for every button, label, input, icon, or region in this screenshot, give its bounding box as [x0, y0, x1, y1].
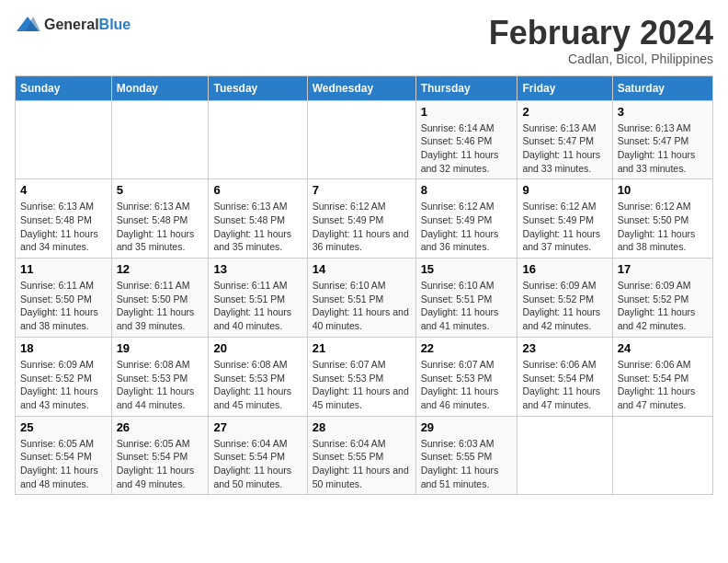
cell-info: Sunrise: 6:12 AMSunset: 5:49 PMDaylight:… [421, 200, 513, 254]
calendar-cell: 11Sunrise: 6:11 AMSunset: 5:50 PMDayligh… [16, 259, 112, 338]
day-number: 5 [117, 183, 204, 197]
calendar-cell: 21Sunrise: 6:07 AMSunset: 5:53 PMDayligh… [307, 337, 415, 416]
day-number: 2 [522, 105, 607, 119]
week-row-2: 4Sunrise: 6:13 AMSunset: 5:48 PMDaylight… [16, 179, 713, 259]
cell-info: Sunrise: 6:11 AMSunset: 5:50 PMDaylight:… [20, 279, 107, 333]
cell-info: Sunrise: 6:11 AMSunset: 5:50 PMDaylight:… [117, 279, 204, 333]
calendar-cell [16, 100, 112, 179]
day-number: 25 [20, 420, 107, 434]
cell-info: Sunrise: 6:05 AMSunset: 5:54 PMDaylight:… [117, 437, 204, 491]
cell-info: Sunrise: 6:10 AMSunset: 5:51 PMDaylight:… [421, 279, 513, 333]
main-title: February 2024 [489, 15, 713, 52]
calendar-cell: 10Sunrise: 6:12 AMSunset: 5:50 PMDayligh… [612, 179, 712, 259]
column-header-sunday: Sunday [16, 75, 112, 100]
calendar-cell: 27Sunrise: 6:04 AMSunset: 5:54 PMDayligh… [209, 416, 307, 495]
column-header-friday: Friday [518, 75, 612, 100]
day-number: 11 [20, 262, 107, 276]
calendar-cell: 8Sunrise: 6:12 AMSunset: 5:49 PMDaylight… [415, 179, 518, 259]
page-header: GeneralBlue February 2024 Cadlan, Bicol,… [15, 15, 713, 66]
calendar-cell: 14Sunrise: 6:10 AMSunset: 5:51 PMDayligh… [307, 259, 415, 338]
cell-info: Sunrise: 6:12 AMSunset: 5:50 PMDaylight:… [618, 200, 708, 254]
cell-info: Sunrise: 6:12 AMSunset: 5:49 PMDaylight:… [313, 200, 411, 254]
calendar-table: SundayMondayTuesdayWednesdayThursdayFrid… [15, 75, 713, 496]
day-number: 10 [618, 183, 708, 197]
calendar-cell: 28Sunrise: 6:04 AMSunset: 5:55 PMDayligh… [307, 416, 415, 495]
cell-info: Sunrise: 6:13 AMSunset: 5:48 PMDaylight:… [117, 200, 204, 254]
calendar-cell: 4Sunrise: 6:13 AMSunset: 5:48 PMDaylight… [16, 179, 112, 259]
calendar-cell [612, 416, 712, 495]
calendar-cell: 29Sunrise: 6:03 AMSunset: 5:55 PMDayligh… [415, 416, 518, 495]
calendar-cell [111, 100, 209, 179]
calendar-cell: 15Sunrise: 6:10 AMSunset: 5:51 PMDayligh… [415, 259, 518, 338]
calendar-cell: 25Sunrise: 6:05 AMSunset: 5:54 PMDayligh… [16, 416, 112, 495]
logo-icon [15, 15, 40, 35]
calendar-cell [518, 416, 612, 495]
cell-info: Sunrise: 6:07 AMSunset: 5:53 PMDaylight:… [313, 358, 411, 412]
calendar-cell: 2Sunrise: 6:13 AMSunset: 5:47 PMDaylight… [518, 100, 612, 179]
cell-info: Sunrise: 6:10 AMSunset: 5:51 PMDaylight:… [313, 279, 411, 333]
calendar-cell: 26Sunrise: 6:05 AMSunset: 5:54 PMDayligh… [111, 416, 209, 495]
day-number: 15 [421, 262, 513, 276]
logo: GeneralBlue [15, 15, 131, 35]
column-header-monday: Monday [111, 75, 209, 100]
day-number: 3 [618, 105, 708, 119]
calendar-cell: 9Sunrise: 6:12 AMSunset: 5:49 PMDaylight… [518, 179, 612, 259]
calendar-cell: 7Sunrise: 6:12 AMSunset: 5:49 PMDaylight… [307, 179, 415, 259]
day-number: 7 [313, 183, 411, 197]
week-row-4: 18Sunrise: 6:09 AMSunset: 5:52 PMDayligh… [16, 337, 713, 416]
day-number: 14 [313, 262, 411, 276]
cell-info: Sunrise: 6:12 AMSunset: 5:49 PMDaylight:… [522, 200, 607, 254]
day-number: 23 [522, 341, 607, 355]
day-number: 26 [117, 420, 204, 434]
cell-info: Sunrise: 6:06 AMSunset: 5:54 PMDaylight:… [618, 358, 708, 412]
calendar-cell: 3Sunrise: 6:13 AMSunset: 5:47 PMDaylight… [612, 100, 712, 179]
calendar-cell: 18Sunrise: 6:09 AMSunset: 5:52 PMDayligh… [16, 337, 112, 416]
calendar-cell: 19Sunrise: 6:08 AMSunset: 5:53 PMDayligh… [111, 337, 209, 416]
day-number: 4 [20, 183, 107, 197]
cell-info: Sunrise: 6:07 AMSunset: 5:53 PMDaylight:… [421, 358, 513, 412]
cell-info: Sunrise: 6:08 AMSunset: 5:53 PMDaylight:… [213, 358, 301, 412]
logo-blue: Blue [99, 17, 131, 32]
day-number: 20 [213, 341, 301, 355]
cell-info: Sunrise: 6:09 AMSunset: 5:52 PMDaylight:… [522, 279, 607, 333]
calendar-cell: 17Sunrise: 6:09 AMSunset: 5:52 PMDayligh… [612, 259, 712, 338]
column-header-wednesday: Wednesday [307, 75, 415, 100]
day-number: 17 [618, 262, 708, 276]
day-number: 24 [618, 341, 708, 355]
column-header-saturday: Saturday [612, 75, 712, 100]
title-area: February 2024 Cadlan, Bicol, Philippines [489, 15, 713, 66]
cell-info: Sunrise: 6:13 AMSunset: 5:47 PMDaylight:… [522, 121, 607, 176]
calendar-cell: 22Sunrise: 6:07 AMSunset: 5:53 PMDayligh… [415, 337, 518, 416]
week-row-5: 25Sunrise: 6:05 AMSunset: 5:54 PMDayligh… [16, 416, 713, 495]
day-number: 12 [117, 262, 204, 276]
calendar-cell: 12Sunrise: 6:11 AMSunset: 5:50 PMDayligh… [111, 259, 209, 338]
calendar-cell: 20Sunrise: 6:08 AMSunset: 5:53 PMDayligh… [209, 337, 307, 416]
calendar-cell [209, 100, 307, 179]
day-number: 29 [421, 420, 513, 434]
column-header-tuesday: Tuesday [209, 75, 307, 100]
cell-info: Sunrise: 6:13 AMSunset: 5:48 PMDaylight:… [20, 200, 107, 254]
logo-general: General [44, 17, 99, 32]
cell-info: Sunrise: 6:04 AMSunset: 5:55 PMDaylight:… [313, 437, 411, 491]
cell-info: Sunrise: 6:14 AMSunset: 5:46 PMDaylight:… [421, 121, 513, 176]
cell-info: Sunrise: 6:09 AMSunset: 5:52 PMDaylight:… [618, 279, 708, 333]
day-number: 22 [421, 341, 513, 355]
cell-info: Sunrise: 6:06 AMSunset: 5:54 PMDaylight:… [522, 358, 607, 412]
day-number: 13 [213, 262, 301, 276]
calendar-cell: 13Sunrise: 6:11 AMSunset: 5:51 PMDayligh… [209, 259, 307, 338]
calendar-cell: 5Sunrise: 6:13 AMSunset: 5:48 PMDaylight… [111, 179, 209, 259]
calendar-cell: 6Sunrise: 6:13 AMSunset: 5:48 PMDaylight… [209, 179, 307, 259]
cell-info: Sunrise: 6:11 AMSunset: 5:51 PMDaylight:… [213, 279, 301, 333]
column-header-thursday: Thursday [415, 75, 518, 100]
calendar-cell: 23Sunrise: 6:06 AMSunset: 5:54 PMDayligh… [518, 337, 612, 416]
day-number: 1 [421, 105, 513, 119]
calendar-cell [307, 100, 415, 179]
cell-info: Sunrise: 6:13 AMSunset: 5:47 PMDaylight:… [618, 121, 708, 176]
week-row-3: 11Sunrise: 6:11 AMSunset: 5:50 PMDayligh… [16, 259, 713, 338]
cell-info: Sunrise: 6:03 AMSunset: 5:55 PMDaylight:… [421, 437, 513, 491]
day-number: 21 [313, 341, 411, 355]
calendar-cell: 1Sunrise: 6:14 AMSunset: 5:46 PMDaylight… [415, 100, 518, 179]
cell-info: Sunrise: 6:09 AMSunset: 5:52 PMDaylight:… [20, 358, 107, 412]
header-row: SundayMondayTuesdayWednesdayThursdayFrid… [16, 75, 713, 100]
cell-info: Sunrise: 6:04 AMSunset: 5:54 PMDaylight:… [213, 437, 301, 491]
